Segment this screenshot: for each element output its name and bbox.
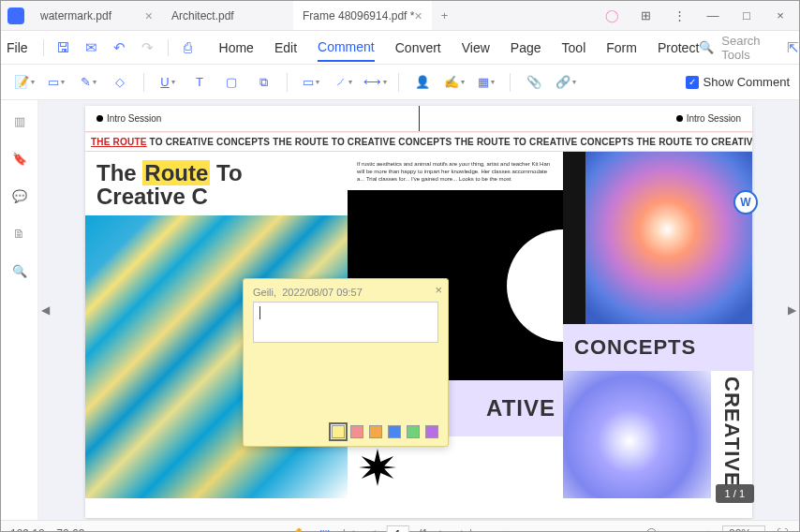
- redo-icon[interactable]: ↷: [136, 36, 160, 60]
- fit-page-icon[interactable]: ⛶: [775, 527, 790, 533]
- next-page-icon[interactable]: ▶: [437, 527, 450, 533]
- menu-items: Home Edit Comment Convert View Page Tool…: [219, 34, 700, 62]
- tab-strip: watermark.pdf × Architect.pdf Frame 4809…: [31, 1, 593, 30]
- print-icon[interactable]: ⎙: [176, 36, 200, 60]
- minimize-button[interactable]: —: [700, 3, 726, 29]
- pencil-tool[interactable]: ✎: [74, 70, 102, 95]
- canvas[interactable]: ◀ ▶ Intro Session Intro Session THE ROUT…: [38, 100, 799, 520]
- body-copy: If rustic aesthetics and animal motifs a…: [348, 152, 563, 190]
- menu-comment[interactable]: Comment: [318, 34, 375, 62]
- title-controls: ◯ ⊞ ⋮ — □ ×: [593, 3, 799, 29]
- select-tool-icon[interactable]: ⬚: [318, 527, 332, 533]
- measure-tool[interactable]: ⟷: [361, 70, 389, 95]
- show-comment-toggle[interactable]: ✓ Show Comment: [686, 75, 790, 89]
- app-icon: [1, 1, 31, 31]
- continuous-icon[interactable]: ⫞: [500, 527, 510, 533]
- signature-tool[interactable]: ✍: [440, 70, 468, 95]
- close-icon[interactable]: ×: [435, 283, 442, 297]
- menu-page[interactable]: Page: [511, 35, 541, 61]
- underline-tool[interactable]: U: [154, 70, 182, 95]
- message-icon[interactable]: ⊞: [632, 3, 659, 29]
- word-export-icon[interactable]: W: [733, 190, 758, 214]
- menu-tool[interactable]: Tool: [562, 35, 586, 61]
- color-red[interactable]: [350, 425, 363, 438]
- show-comment-label: Show Comment: [704, 75, 790, 89]
- comments-icon[interactable]: 💬: [10, 186, 29, 205]
- mail-icon[interactable]: ✉: [80, 36, 104, 60]
- shape-rect-tool[interactable]: ▭: [297, 70, 325, 95]
- menubar: File 🖫 ✉ ↶ ↷ ⎙ Home Edit Comment Convert…: [1, 31, 799, 65]
- color-orange[interactable]: [369, 425, 382, 438]
- file-menu[interactable]: File: [7, 35, 28, 61]
- link-tool[interactable]: 🔗: [552, 70, 580, 95]
- highlight-tool[interactable]: ▭: [42, 70, 70, 95]
- zoom-value[interactable]: 22%▾: [722, 525, 765, 533]
- color-green[interactable]: [407, 425, 420, 438]
- close-icon[interactable]: ×: [414, 8, 422, 23]
- tab-watermark[interactable]: watermark.pdf ×: [31, 1, 162, 30]
- save-icon[interactable]: 🖫: [52, 36, 76, 60]
- donut-icon[interactable]: ◯: [599, 3, 625, 29]
- main-area: ▥ 🔖 💬 🗎 🔍 ◀ ▶ Intro Session Intro Sessio…: [1, 100, 799, 520]
- zoom-in-icon[interactable]: +: [703, 527, 713, 533]
- menu-home[interactable]: Home: [219, 35, 254, 61]
- sticky-note[interactable]: × Geili, 2022/08/07 09:57: [243, 278, 449, 447]
- textbox-tool[interactable]: ▢: [217, 70, 245, 95]
- menu-view[interactable]: View: [462, 35, 490, 61]
- attachment-tool[interactable]: 📎: [520, 70, 548, 95]
- menu-form[interactable]: Form: [606, 35, 637, 61]
- search-icon[interactable]: 🔍: [699, 40, 714, 54]
- color-purple[interactable]: [425, 425, 438, 438]
- page-number-input[interactable]: [387, 525, 409, 533]
- zoom-out-icon[interactable]: −: [612, 527, 622, 533]
- search-panel-icon[interactable]: 🔍: [10, 261, 29, 280]
- share-icon[interactable]: ⇱: [784, 36, 800, 60]
- orange-sphere-image: [563, 152, 752, 324]
- shape-line-tool[interactable]: ⟋: [329, 70, 357, 95]
- prev-view-icon[interactable]: ◀: [41, 303, 50, 317]
- eraser-tool[interactable]: ◇: [106, 70, 134, 95]
- intro-left: Intro Session: [107, 113, 161, 124]
- next-view-icon[interactable]: ▶: [788, 303, 796, 317]
- color-yellow[interactable]: [332, 425, 345, 438]
- zoom-slider[interactable]: − +: [612, 527, 713, 533]
- close-icon[interactable]: ×: [145, 8, 153, 23]
- kebab-icon[interactable]: ⋮: [666, 3, 692, 29]
- note-meta: Geili, 2022/08/07 09:57: [244, 279, 448, 302]
- thumbnails-icon[interactable]: ▥: [10, 111, 29, 130]
- starburst-icon: [359, 449, 396, 486]
- menu-edit[interactable]: Edit: [274, 35, 297, 61]
- attachments-panel-icon[interactable]: 🗎: [10, 224, 29, 243]
- callout-tool[interactable]: ⧉: [249, 70, 277, 95]
- concepts-label: CONCEPTS: [563, 324, 752, 371]
- first-page-icon[interactable]: |◀: [341, 527, 356, 533]
- undo-icon[interactable]: ↶: [108, 36, 132, 60]
- menu-convert[interactable]: Convert: [395, 35, 441, 61]
- close-button[interactable]: ×: [767, 3, 793, 29]
- menu-protect[interactable]: Protect: [658, 35, 699, 61]
- statusbar: 109.12 x 70.63 cm ✋ ⬚ |◀ ◀ /1 ▶ ▶| ▫ ⫞ −…: [1, 520, 799, 532]
- tab-frame[interactable]: Frame 48096914.pdf * ×: [293, 1, 432, 30]
- search-tools-input[interactable]: Search Tools: [721, 34, 776, 62]
- page-indicator-badge: 1 / 1: [716, 484, 754, 503]
- note-color-picker: [332, 425, 438, 438]
- hand-tool-icon[interactable]: ✋: [290, 527, 308, 533]
- blue-sphere-image: [563, 371, 711, 498]
- note-text-input[interactable]: [253, 302, 438, 343]
- note-tool[interactable]: 📝: [10, 70, 38, 95]
- area-tool[interactable]: ▦: [472, 70, 500, 95]
- color-blue[interactable]: [388, 425, 401, 438]
- bookmarks-icon[interactable]: 🔖: [10, 149, 29, 168]
- dimensions-readout: 109.12 x 70.63 cm: [10, 527, 103, 533]
- text-tool[interactable]: T: [185, 70, 214, 95]
- page-nav: ✋ ⬚ |◀ ◀ /1 ▶ ▶| ▫ ⫞: [290, 525, 511, 533]
- tab-architect[interactable]: Architect.pdf: [162, 1, 293, 30]
- single-page-icon[interactable]: ▫: [483, 527, 491, 533]
- stamp-tool[interactable]: 👤: [408, 70, 437, 95]
- add-tab-button[interactable]: +: [432, 1, 458, 30]
- maximize-button[interactable]: □: [733, 3, 760, 29]
- prev-page-icon[interactable]: ◀: [365, 527, 378, 533]
- last-page-icon[interactable]: ▶|: [459, 527, 474, 533]
- doc-header: Intro Session Intro Session: [85, 106, 752, 132]
- page-total: /1: [419, 527, 428, 533]
